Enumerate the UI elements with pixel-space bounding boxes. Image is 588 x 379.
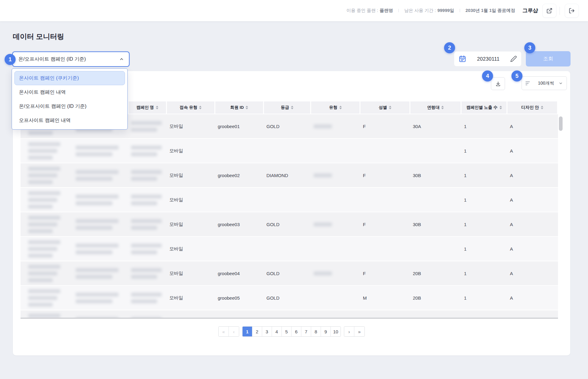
redacted-content [76,195,119,205]
pagination-group: 12345678910 [242,326,341,337]
table-row-7: 모바일groobee04GOLDF20B1A [21,261,558,286]
redacted-content [28,289,60,307]
page-size-select[interactable]: 100개씩 [522,76,567,90]
column-header-label: 캠페인 명 [136,105,154,110]
column-header-10[interactable]: 디자인 안 [507,101,557,114]
table-cell [74,310,129,319]
first-page-button[interactable]: « [219,327,229,336]
pagination-group: «‹ [218,326,239,337]
table-cell [21,212,74,236]
table-cell [311,261,360,285]
sort-icon [541,106,543,109]
redacted-content [76,146,119,156]
edit-pencil-icon[interactable] [510,55,517,62]
page-button-1[interactable]: 1 [243,327,252,336]
table-cell [264,188,311,212]
column-header-8[interactable]: 연령대 [410,101,461,114]
dropdown-option-3[interactable]: 온/오프사이트 캠페인 (ID 기준) [14,99,125,113]
table-cell: 모바일 [167,212,215,236]
separator: ㅣ [458,8,462,13]
table-cell: 모바일 [167,139,215,163]
table-cell: 모바일 [167,237,215,261]
table-cell [462,310,507,319]
page-button-10[interactable]: 10 [331,327,341,336]
brand-name: 그루샵 [522,7,538,14]
data-table: 캠페인 명접속 유형회원 ID등급유형성별연령대캠페인별 노출 수디자인 안 모… [21,101,565,319]
table-cell: 30B [410,212,462,236]
download-button[interactable] [491,77,505,90]
pagination-group: ›» [344,326,365,337]
redacted-content [314,271,332,275]
column-header-6[interactable]: 유형 [311,101,360,114]
sort-icon [156,106,158,109]
logout-button[interactable] [565,4,579,18]
redacted-content [131,268,162,279]
table-cell: groobee04 [215,261,264,285]
page-button-7[interactable]: 7 [301,327,311,336]
table-cell [215,237,264,261]
table-cell [74,261,129,285]
column-header-2[interactable]: 캠페인 명 [129,101,166,114]
column-header-9[interactable]: 캠페인별 노출 수 [462,101,507,114]
table-cell: 모바일 [167,286,215,310]
dropdown-option-2[interactable]: 온사이트 캠페인 내역 [14,85,125,99]
column-header-label: 캠페인별 노출 수 [466,105,497,110]
page-button-6[interactable]: 6 [292,327,301,336]
column-header-7[interactable]: 성별 [360,101,409,114]
page-button-4[interactable]: 4 [272,327,282,336]
vertical-scrollbar-thumb[interactable] [559,116,563,131]
horizontal-scrollbar[interactable] [21,318,558,319]
page-button-9[interactable]: 9 [321,327,331,336]
table-cell: A [507,163,558,187]
redacted-content [131,219,162,230]
list-lines-icon [526,81,530,85]
prev-page-button[interactable]: ‹ [229,327,239,336]
dropdown-option-1[interactable]: 온사이트 캠페인 (쿠키기준) [14,71,125,85]
expiry-text: 2030년 1월 1일 종료예정 [466,8,515,13]
separator: ㅣ [397,8,401,13]
search-button[interactable]: 조회 [526,51,571,66]
table-cell: GOLD [264,212,311,236]
redacted-content [28,142,60,160]
remaining-value: 99999일 [437,8,454,13]
table-cell: F [360,114,410,138]
calendar-icon [458,55,466,63]
table-cell: 1 [462,114,507,138]
table-cell [264,139,311,163]
table-cell [21,237,74,261]
column-header-3[interactable]: 접속 유형 [167,101,214,114]
pagination: «‹12345678910›» [218,326,365,337]
redacted-content [28,240,60,258]
sort-icon [339,106,342,109]
table-cell [215,139,264,163]
external-link-icon [546,8,552,14]
table-cell [360,188,410,212]
table-row-9 [21,310,558,319]
column-header-4[interactable]: 회원 ID [215,101,263,114]
page-button-2[interactable]: 2 [252,327,262,336]
campaign-type-select[interactable]: 온/오프사이트 캠페인 (ID 기준) [12,51,130,67]
table-cell [129,261,167,285]
annotation-badge-5: 5 [511,70,522,81]
redacted-content [314,124,332,128]
table-cell [311,237,360,261]
external-link-button[interactable] [542,4,556,18]
dropdown-option-4[interactable]: 오프사이트 캠페인 내역 [14,113,125,127]
next-page-button[interactable]: › [344,327,354,336]
page-button-5[interactable]: 5 [282,327,292,336]
redacted-content [76,170,119,181]
table-cell: 1 [462,237,507,261]
table-cell: groobee05 [215,286,264,310]
redacted-content [131,170,162,181]
date-picker[interactable]: 20230111 [454,51,522,66]
page-button-8[interactable]: 8 [311,327,321,336]
table-cell [129,286,167,310]
table-cell [21,261,74,285]
page-button-3[interactable]: 3 [262,327,272,336]
column-header-5[interactable]: 등급 [264,101,310,114]
redacted-content [131,121,162,132]
table-cell: A [507,188,558,212]
last-page-button[interactable]: » [354,327,364,336]
plan-label: 이용 중인 플랜 : [346,8,378,13]
table-cell: 20B [410,261,462,285]
